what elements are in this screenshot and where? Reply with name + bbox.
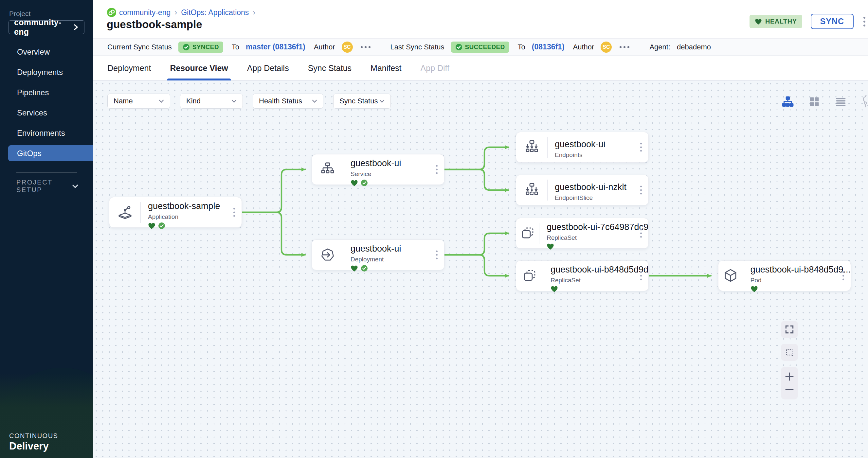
app-more-actions-menu[interactable] [862,15,867,28]
heart-icon [148,223,155,229]
breadcrumb-separator: › [174,8,178,17]
fullscreen-button[interactable] [781,321,798,338]
network-view-icon[interactable] [862,95,868,110]
resource-node-service[interactable]: guestbook-ui Service [312,154,444,185]
agent-value: debademo [677,43,711,52]
current-sync-status-badge: SYNCED [178,41,223,53]
grid-view-icon[interactable] [808,96,820,109]
tab-deployment[interactable]: Deployment [107,56,151,80]
check-circle-icon [361,179,368,187]
gitops-app-page: Project community-eng Overview Deploymen… [0,0,868,458]
filter-health-status-dropdown[interactable]: Health Status [253,94,323,109]
sync-button[interactable]: SYNC [811,14,854,29]
heart-icon [547,243,554,250]
node-title: guestbook-ui [350,244,444,254]
health-badge-label: HEALTHY [765,18,797,25]
zoom-out-icon [784,385,794,395]
endpoints-icon [516,137,548,158]
commit-more-icon[interactable] [618,45,631,50]
zoom-in-button[interactable] [784,372,794,382]
chevron-down-icon [72,184,79,189]
node-kind: ReplicaSet [551,277,648,284]
node-status [547,243,648,250]
resource-node-pod[interactable]: guestbook-ui-b848d5d9... Pod [718,260,851,291]
sidebar-item-services[interactable]: Services [0,103,93,123]
resource-node-endpointslice[interactable]: guestbook-ui-nzklt EndpointSlice [516,175,649,205]
node-more-menu[interactable] [435,249,439,261]
sidebar-item-pipelines[interactable]: Pipelines [0,83,93,103]
list-view-icon[interactable] [835,96,847,109]
check-circle-icon [455,43,463,51]
chevron-down-icon [312,99,317,103]
author-label: Author [573,43,594,52]
node-kind: Application [148,213,242,221]
sidebar-item-environments[interactable]: Environments [0,123,93,143]
sidebar-item-gitops[interactable]: GitOps [8,145,93,161]
node-status [551,286,648,292]
filter-bar: Name Kind Health Status Sync Status [107,94,391,109]
zoom-controls [781,367,798,399]
author-label: Author [314,43,335,52]
zoom-in-icon [784,372,794,382]
resource-node-replicaset-1[interactable]: guestbook-ui-7c64987dc9 ReplicaSet [516,218,649,249]
project-selector-value: community-eng [14,18,73,37]
node-kind: Pod [750,277,851,284]
node-more-menu[interactable] [639,185,643,196]
node-title: guestbook-ui-b848d5d9d [551,265,648,275]
resource-node-deployment[interactable]: guestbook-ui Deployment [312,239,444,270]
node-more-menu[interactable] [639,228,643,239]
project-selector[interactable]: community-eng [8,20,85,34]
resource-tree-canvas[interactable]: Name Kind Health Status Sync Status [93,80,868,458]
tab-sync-status[interactable]: Sync Status [308,56,351,80]
author-avatar[interactable]: SC [600,41,612,53]
sidebar-divider [17,172,77,173]
sidebar-item-overview[interactable]: Overview [0,42,93,62]
tab-manifest[interactable]: Manifest [371,56,401,80]
last-revision-link[interactable]: (08136f1) [532,42,565,52]
node-more-menu[interactable] [841,270,845,282]
marquee-select-button[interactable] [781,344,798,361]
node-title: guestbook-ui [350,158,444,168]
resource-node-application[interactable]: guestbook-sample Application [109,197,242,228]
statusbar-divider [381,42,381,52]
resource-node-endpoints[interactable]: guestbook-ui Endpoints [516,132,649,163]
tab-app-diff[interactable]: App Diff [421,56,450,80]
node-title: guestbook-ui [555,139,648,150]
tree-view-icon[interactable] [782,96,794,109]
node-more-menu[interactable] [639,142,643,153]
page-header: community-eng › GitOps: Applications › g… [93,0,868,38]
tab-resource-view[interactable]: Resource View [170,56,228,80]
breadcrumb-separator: › [252,8,256,17]
current-revision-link[interactable]: master (08136f1) [246,42,305,52]
node-status [350,179,444,187]
brand-line1: CONTINUOUS [9,432,58,440]
last-sync-status-badge: SUCCEEDED [451,41,509,53]
node-title: guestbook-ui-nzklt [555,182,648,192]
chevron-down-icon [159,99,164,103]
node-more-menu[interactable] [232,207,236,218]
project-label: Project [9,10,30,18]
heart-icon [755,18,762,25]
statusbar-divider [640,42,640,52]
project-setup-toggle[interactable]: PROJECT SETUP [17,178,79,194]
breadcrumb-project-link[interactable]: community-eng [119,8,170,17]
heart-icon [750,286,758,292]
main-area: community-eng › GitOps: Applications › g… [93,0,868,458]
filter-sync-status-dropdown[interactable]: Sync Status [333,94,391,109]
breadcrumb-section-link[interactable]: GitOps: Applications [181,8,249,17]
resource-node-replicaset-2[interactable]: guestbook-ui-b848d5d9d ReplicaSet [516,260,649,291]
node-title: guestbook-ui-7c64987dc9 [547,222,648,232]
node-more-menu[interactable] [639,270,643,282]
tab-app-details[interactable]: App Details [247,56,289,80]
commit-more-icon[interactable] [360,45,372,50]
filter-kind-dropdown[interactable]: Kind [180,94,243,109]
to-label: To [518,43,525,52]
zoom-out-button[interactable] [784,385,794,395]
filter-name-dropdown[interactable]: Name [107,94,170,109]
node-more-menu[interactable] [435,164,439,175]
author-avatar[interactable]: SC [342,41,353,53]
current-sync-status-label: Current Sync Status [107,43,172,52]
sidebar-item-deployments[interactable]: Deployments [0,62,93,83]
chevron-right-icon [73,24,79,31]
deployment-icon [312,244,343,265]
